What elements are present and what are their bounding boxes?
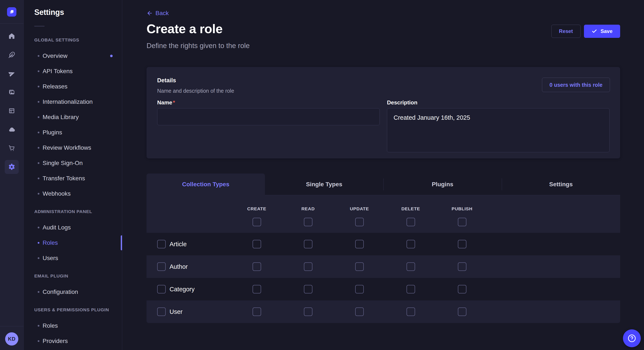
select-all-publish-checkbox[interactable] — [458, 218, 466, 226]
bullet-icon — [38, 132, 40, 133]
row-select-checkbox[interactable] — [157, 262, 166, 271]
bullet-icon — [38, 257, 40, 259]
notification-dot — [110, 55, 113, 57]
tab-settings[interactable]: Settings — [502, 174, 620, 195]
nav-content-type-builder-icon[interactable] — [7, 50, 16, 59]
nav-home-icon[interactable] — [7, 31, 16, 41]
tab-collection-types[interactable]: Collection Types — [146, 174, 265, 195]
select-all-create-checkbox[interactable] — [252, 218, 261, 226]
permission-row-user: User — [146, 301, 620, 323]
category-read-checkbox[interactable] — [304, 285, 312, 293]
sidebar-item-single-sign-on[interactable]: Single Sign-On — [34, 156, 122, 171]
article-read-checkbox[interactable] — [304, 240, 312, 248]
bullet-icon — [38, 325, 40, 327]
select-all-delete-checkbox[interactable] — [406, 218, 415, 226]
sidebar-item-providers[interactable]: Providers — [34, 334, 122, 349]
sidebar-item-media-library[interactable]: Media Library — [34, 110, 122, 125]
settings-subnav: Settings GLOBAL SETTINGS Overview API To… — [24, 0, 122, 350]
reset-button[interactable]: Reset — [551, 25, 580, 38]
user-avatar[interactable]: KD — [5, 332, 18, 346]
sidebar-item-transfer-tokens[interactable]: Transfer Tokens — [34, 171, 122, 186]
details-card: Details Name and description of the role… — [146, 67, 620, 159]
strapi-logo-icon — [8, 9, 15, 15]
row-select-checkbox[interactable] — [157, 308, 166, 316]
help-button[interactable] — [623, 329, 641, 347]
author-delete-checkbox[interactable] — [406, 262, 415, 271]
active-item-indicator — [121, 235, 122, 250]
row-select-checkbox[interactable] — [157, 240, 166, 248]
article-create-checkbox[interactable] — [252, 240, 261, 248]
column-header-update: Update — [350, 206, 369, 212]
user-publish-checkbox[interactable] — [458, 308, 466, 316]
nav-content-manager-icon[interactable] — [7, 69, 16, 78]
sidebar-item-api-tokens[interactable]: API Tokens — [34, 64, 122, 79]
back-label: Back — [156, 10, 169, 16]
tab-label: Plugins — [432, 181, 453, 188]
nav-deploy-cloud-icon[interactable] — [7, 125, 16, 134]
category-create-checkbox[interactable] — [252, 285, 261, 293]
save-button[interactable]: Save — [584, 25, 620, 38]
author-publish-checkbox[interactable] — [458, 262, 466, 271]
tab-plugins[interactable]: Plugins — [383, 174, 502, 195]
strapi-logo[interactable] — [7, 7, 16, 16]
sidebar-item-review-workflows[interactable]: Review Workflows — [34, 140, 122, 156]
sidebar-item-plugins[interactable]: Plugins — [34, 125, 122, 140]
select-all-update-checkbox[interactable] — [355, 218, 364, 226]
user-delete-checkbox[interactable] — [406, 308, 415, 316]
author-update-checkbox[interactable] — [355, 262, 364, 271]
sidebar-item-label: Review Workflows — [42, 144, 91, 151]
bullet-icon — [38, 101, 40, 103]
nav-media-library-icon[interactable] — [7, 87, 16, 97]
permission-row-article: Article — [146, 233, 620, 255]
category-delete-checkbox[interactable] — [406, 285, 415, 293]
sidebar-item-overview[interactable]: Overview — [34, 48, 122, 64]
reset-label: Reset — [559, 28, 573, 34]
sidebar-item-users[interactable]: Users — [34, 250, 122, 266]
user-create-checkbox[interactable] — [252, 308, 261, 316]
back-link[interactable]: Back — [146, 10, 169, 16]
user-update-checkbox[interactable] — [355, 308, 364, 316]
article-publish-checkbox[interactable] — [458, 240, 466, 248]
sidebar-item-label: Releases — [42, 83, 68, 90]
sidebar-item-label: Plugins — [42, 129, 62, 136]
question-circle-icon — [628, 334, 636, 343]
sidebar-item-label: Roles — [42, 239, 58, 246]
sidebar-item-up-roles[interactable]: Roles — [34, 318, 122, 334]
permissions-tabs: Collection Types Single Types Plugins Se… — [146, 174, 620, 195]
tab-single-types[interactable]: Single Types — [265, 174, 383, 195]
section-email-plugin: EMAIL PLUGIN — [34, 273, 122, 279]
main-content: Back Create a role Define the rights giv… — [146, 0, 620, 350]
sidebar-item-releases[interactable]: Releases — [34, 79, 122, 94]
article-delete-checkbox[interactable] — [406, 240, 415, 248]
user-read-checkbox[interactable] — [304, 308, 312, 316]
users-with-role-label: 0 users with this role — [550, 82, 602, 88]
sidebar-item-internationalization[interactable]: Internationalization — [34, 94, 122, 110]
sidebar-item-audit-logs[interactable]: Audit Logs — [34, 220, 122, 235]
bullet-icon — [38, 340, 40, 342]
sidebar-item-label: Providers — [42, 338, 68, 345]
users-with-role-button[interactable]: 0 users with this role — [542, 78, 610, 92]
sidebar-item-roles[interactable]: Roles — [34, 235, 122, 250]
permissions-header: Create Read Update Delete Publish — [146, 195, 620, 233]
nav-settings-icon[interactable] — [5, 160, 19, 174]
category-publish-checkbox[interactable] — [458, 285, 466, 293]
nav-layout-icon[interactable] — [7, 106, 16, 116]
column-header-delete: Delete — [402, 206, 420, 212]
row-select-checkbox[interactable] — [157, 285, 166, 293]
sidebar-item-configuration[interactable]: Configuration — [34, 284, 122, 300]
author-read-checkbox[interactable] — [304, 262, 312, 271]
author-create-checkbox[interactable] — [252, 262, 261, 271]
sidebar-item-webhooks[interactable]: Webhooks — [34, 186, 122, 201]
category-update-checkbox[interactable] — [355, 285, 364, 293]
name-input[interactable] — [157, 108, 380, 125]
nav-marketplace-icon[interactable] — [7, 144, 16, 153]
description-textarea[interactable] — [387, 108, 610, 152]
section-administration-panel: ADMINISTRATION PANEL — [34, 209, 122, 214]
required-asterisk: * — [173, 99, 175, 106]
column-header-read: Read — [301, 206, 315, 212]
page-subtitle: Define the rights given to the role — [146, 42, 250, 50]
sidebar-item-label: Single Sign-On — [42, 160, 83, 167]
article-update-checkbox[interactable] — [355, 240, 364, 248]
sidebar-item-label: Media Library — [42, 114, 79, 121]
select-all-read-checkbox[interactable] — [304, 218, 312, 226]
